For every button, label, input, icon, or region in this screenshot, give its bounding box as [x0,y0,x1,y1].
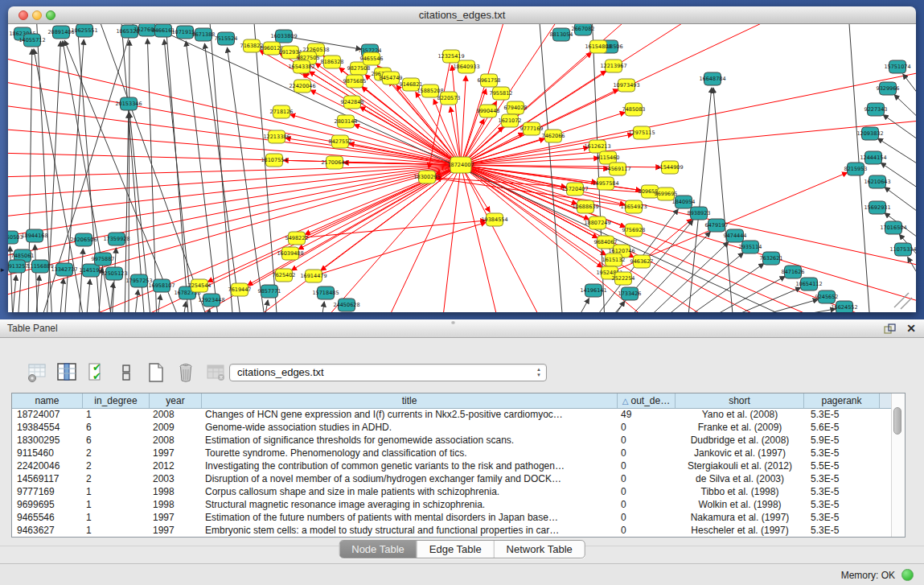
column-header-name[interactable]: name [12,393,83,408]
graph-node[interactable]: 6794028 [504,101,528,114]
graph-node[interactable]: 10625551 [71,24,97,37]
delete-column-icon[interactable] [175,361,197,384]
graph-node[interactable]: 7462066 [542,130,565,142]
graph-edge[interactable] [642,219,692,262]
graph-node[interactable]: 15720407 [561,183,588,196]
graph-node[interactable]: 15692931 [864,201,890,214]
graph-node[interactable]: 15751074 [884,60,910,73]
graph-edge[interactable] [881,163,916,192]
graph-edge[interactable] [86,279,90,312]
graph-edge[interactable] [186,41,219,312]
graph-node[interactable]: 9699695 [655,187,678,200]
graph-edge[interactable] [253,24,277,312]
memory-ok-indicator[interactable] [901,569,914,581]
graph-node[interactable]: 9777169 [520,122,544,135]
graph-edge[interactable] [885,187,916,216]
graph-node[interactable]: 18944168 [21,229,47,242]
graph-edge[interactable] [164,39,193,312]
graph-node[interactable]: 13654923 [620,200,647,213]
graph-edge[interactable] [121,24,145,312]
table-row[interactable]: 946554611997Estimation of the future num… [12,511,892,524]
graph-node[interactable]: 15718485 [312,286,339,299]
close-window-button[interactable] [18,10,28,20]
graph-node[interactable]: 16648784 [699,72,725,85]
graph-node[interactable]: 9474444 [724,229,747,242]
graph-node[interactable]: 11075334 [889,243,916,256]
graph-node[interactable]: 20206506 [70,233,97,246]
close-panel-icon[interactable]: ✕ [906,319,916,337]
graph-node[interactable]: 9671388 [192,28,216,41]
column-header-short[interactable]: short [676,393,804,408]
float-panel-icon[interactable] [884,323,896,334]
graph-node[interactable]: 10654112 [795,278,822,290]
graph-node[interactable]: 8471626 [782,266,805,278]
graph-node[interactable]: 9756928 [622,224,646,237]
graph-node[interactable]: 5498222 [285,232,309,245]
column-header-pagerank[interactable]: pagerank [804,393,880,408]
graph-edge[interactable] [204,43,241,312]
graph-node[interactable]: 6479197 [705,219,729,232]
graph-node[interactable]: 21700644 [321,156,347,169]
graph-edge[interactable] [575,299,589,312]
table-row[interactable]: 1456911722003Disruption of a novel membe… [12,472,892,485]
graph-edge[interactable] [883,114,916,143]
graph-node[interactable]: 18300295 [413,171,440,183]
import-table-icon[interactable] [204,361,227,384]
graph-node[interactable]: 7632621 [760,252,783,265]
graph-node[interactable]: 9227343 [864,103,888,116]
graph-node[interactable]: 16210643 [864,175,890,188]
graph-node[interactable]: 9857771 [258,285,281,298]
graph-node[interactable]: 1733426 [618,287,642,300]
table-row[interactable]: 2242004622012Investigating the contribut… [12,459,892,472]
graph-node[interactable]: 19384554 [481,213,507,226]
graph-edge[interactable] [908,257,916,283]
graph-edge[interactable] [386,165,461,312]
table-options-icon[interactable] [26,361,48,384]
graph-node[interactable]: 8938923 [688,207,711,220]
graph-node[interactable]: 16033809 [270,30,297,43]
graph-node[interactable]: 24450628 [333,299,359,311]
graph-edge[interactable] [8,165,461,278]
graph-edge[interactable] [752,309,836,312]
graph-node[interactable]: 18724007 [447,157,474,173]
graph-edge[interactable] [165,24,189,312]
graph-edge[interactable] [290,114,461,165]
graph-node[interactable]: 12975115 [628,126,655,139]
graph-edge[interactable] [461,72,916,165]
graph-edge[interactable] [903,74,916,101]
graph-node[interactable]: 1840954 [672,196,696,208]
graph-node[interactable]: 9242848 [341,96,364,109]
table-selector[interactable]: citations_edges.txt ▲▼ [229,364,547,381]
graph-node[interactable]: 1621072 [499,114,522,127]
graph-edge[interactable] [442,165,461,312]
graph-node[interactable]: 9875685 [343,75,367,88]
graph-node[interactable]: 12444154 [860,151,886,164]
graph-node[interactable]: 20153346 [115,97,142,110]
table-row[interactable]: 1872400712008Changes of HCN gene express… [12,408,892,421]
graph-node[interactable]: 14957584 [592,177,618,190]
splitter-handle[interactable] [451,321,455,324]
graph-node[interactable]: 9990448 [477,105,500,117]
graph-node[interactable]: 8220573 [437,92,461,105]
column-header-out_degree[interactable]: △out_de… [618,393,676,408]
graph-node[interactable]: 7485083 [622,103,646,116]
graph-node[interactable]: 7619447 [228,283,252,296]
graph-node[interactable]: 10688639 [572,200,598,213]
table-row[interactable]: 946362711997Embryonic stem cells: a mode… [12,524,892,537]
graph-node[interactable]: 8186328 [321,56,344,68]
graph-edge[interactable] [894,95,916,122]
graph-edge[interactable] [60,278,64,312]
graph-edge[interactable] [183,302,186,312]
column-header-year[interactable]: year [150,393,202,408]
graph-node[interactable]: 1615132 [602,253,626,266]
graph-node[interactable]: 16914479 [300,270,326,282]
graph-node[interactable]: 17016504 [880,221,906,234]
resize-grip[interactable] [894,293,912,309]
graph-node[interactable]: 7254544 [188,279,211,292]
graph-node[interactable]: 7625402 [273,269,296,282]
graph-node[interactable]: 2522254 [612,272,635,285]
tab-edge-table[interactable]: Edge Table [417,541,495,558]
panel-collapse-arrow[interactable]: ▸ [1,266,5,274]
graph-node[interactable]: 8427552 [329,135,352,148]
graph-edge[interactable] [643,242,729,312]
